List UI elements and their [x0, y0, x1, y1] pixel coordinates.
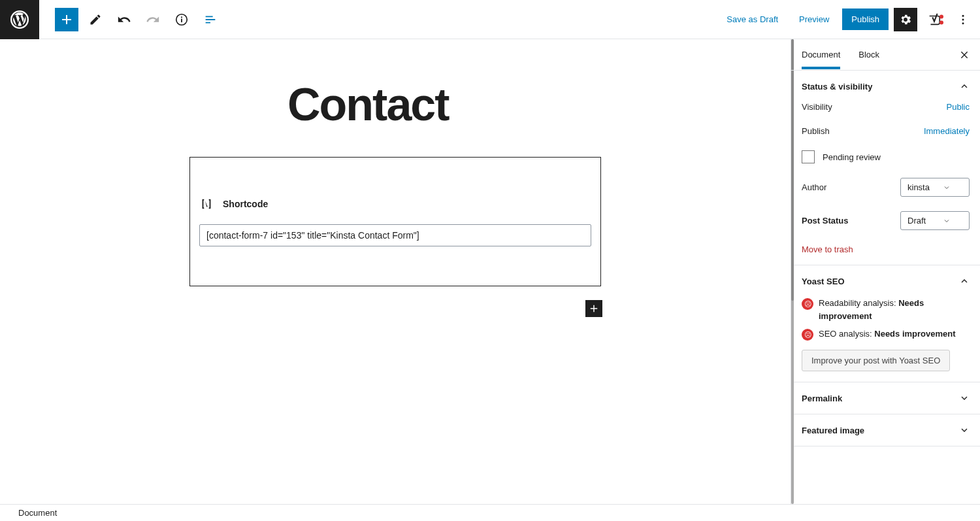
panel-permalink: Permalink: [791, 382, 980, 414]
svg-point-2: [181, 16, 182, 18]
yoast-button[interactable]: [923, 8, 946, 31]
pending-review-label: Pending review: [823, 152, 881, 162]
visibility-value[interactable]: Public: [947, 102, 970, 112]
close-sidebar-button[interactable]: [959, 50, 970, 60]
publish-value[interactable]: Immediately: [924, 126, 970, 136]
improve-yoast-button[interactable]: Improve your post with Yoast SEO: [802, 350, 950, 371]
editor-top-toolbar: Save as Draft Preview Publish: [0, 0, 980, 39]
save-draft-button[interactable]: Save as Draft: [719, 9, 786, 29]
post-status-label: Post Status: [802, 216, 849, 226]
chevron-up-icon: [959, 276, 970, 286]
editor-main: Contact Shortcode Document Block: [0, 39, 980, 504]
author-select[interactable]: kinsta: [900, 178, 970, 197]
edit-mode-button[interactable]: [84, 8, 107, 31]
preview-button[interactable]: Preview: [791, 9, 837, 29]
outline-button[interactable]: [199, 8, 222, 31]
svg-point-6: [962, 22, 964, 24]
breadcrumb[interactable]: Document: [18, 508, 57, 518]
shortcode-input[interactable]: [199, 224, 591, 246]
author-select-value: kinsta: [907, 182, 930, 192]
seo-analysis-value: Needs improvement: [874, 329, 955, 339]
editor-footer: Document: [0, 504, 980, 521]
panel-status-visibility: Status & visibility Visibility Public Pu…: [791, 71, 980, 265]
more-options-button[interactable]: [951, 8, 975, 31]
tab-document[interactable]: Document: [802, 41, 840, 69]
panel-yoast-seo: Yoast SEO ☹ Readability analysis: Needs …: [791, 265, 980, 382]
author-label: Author: [802, 182, 826, 192]
panel-featured-image-header[interactable]: Featured image: [802, 425, 970, 435]
sad-face-icon: ☹: [802, 298, 813, 310]
block-header: Shortcode: [199, 197, 591, 211]
editor-canvas[interactable]: Contact Shortcode: [0, 39, 791, 504]
toolbar-right: Save as Draft Preview Publish: [719, 8, 980, 31]
toolbar-left: [0, 0, 222, 39]
pending-review-checkbox[interactable]: [802, 150, 815, 163]
wordpress-logo[interactable]: [0, 0, 39, 39]
chevron-up-icon: [959, 81, 970, 92]
svg-rect-3: [181, 18, 182, 22]
panel-status-title: Status & visibility: [802, 82, 872, 92]
panel-featured-image-title: Featured image: [802, 426, 864, 435]
settings-sidebar: Document Block Status & visibility Visib…: [791, 39, 980, 504]
panel-yoast-title: Yoast SEO: [802, 277, 845, 286]
redo-button[interactable]: [141, 8, 165, 31]
chevron-down-icon: [959, 393, 970, 403]
post-status-select[interactable]: Draft: [900, 211, 970, 230]
publish-label: Publish: [802, 126, 830, 136]
readability-row: ☹ Readability analysis: Needs improvemen…: [802, 297, 970, 322]
panel-yoast-header[interactable]: Yoast SEO: [802, 276, 970, 286]
info-button[interactable]: [170, 8, 193, 31]
tab-block[interactable]: Block: [858, 41, 879, 69]
shortcode-block[interactable]: Shortcode: [189, 157, 601, 286]
seo-analysis-row: ☹ SEO analysis: Needs improvement: [802, 328, 970, 341]
panel-permalink-title: Permalink: [802, 394, 842, 403]
shortcode-icon: [199, 197, 214, 211]
panel-featured-image: Featured image: [791, 414, 980, 446]
block-label: Shortcode: [223, 199, 268, 209]
sad-face-icon: ☹: [802, 329, 813, 341]
panel-status-header[interactable]: Status & visibility: [802, 81, 970, 92]
add-block-button[interactable]: [55, 8, 78, 31]
svg-point-5: [962, 18, 964, 20]
svg-point-4: [962, 14, 964, 16]
publish-button[interactable]: Publish: [842, 8, 889, 30]
readability-label: Readability analysis:: [819, 298, 898, 308]
seo-analysis-label: SEO analysis:: [819, 329, 874, 339]
add-block-after-button[interactable]: [585, 300, 602, 317]
undo-button[interactable]: [112, 8, 136, 31]
chevron-down-icon: [959, 425, 970, 435]
settings-button[interactable]: [894, 8, 917, 31]
move-to-trash-link[interactable]: Move to trash: [802, 244, 853, 254]
panel-permalink-header[interactable]: Permalink: [802, 393, 970, 403]
visibility-label: Visibility: [802, 102, 832, 112]
post-status-select-value: Draft: [907, 216, 926, 226]
sidebar-scrollbar[interactable]: [791, 39, 794, 504]
sidebar-tabs: Document Block: [791, 39, 980, 71]
page-title[interactable]: Contact: [287, 78, 601, 131]
